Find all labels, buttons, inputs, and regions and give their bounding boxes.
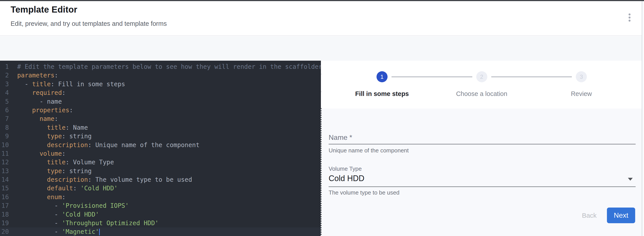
line-number: 5 [0,97,9,106]
editor-line[interactable]: 4 required: [0,88,321,97]
editor-line[interactable]: 16 enum: [0,193,321,201]
toolbar: Load Existing Template [0,36,644,61]
editor-line[interactable]: 3 - title: Fill in some steps [0,80,321,88]
editor-line[interactable]: 11 volume: [0,149,321,158]
chevron-down-icon [628,178,633,181]
page-title: Template Editor [10,5,77,14]
line-number: 10 [0,141,9,149]
line-number: 14 [0,175,9,184]
line-number: 8 [0,123,9,132]
editor-lines: 1# Edit the template parameters below to… [0,62,321,236]
stepper: 1 Fill in some steps 2 Choose a location… [322,61,642,109]
editor-line[interactable]: 6 properties: [0,106,321,114]
line-number: 1 [0,62,9,71]
step-1-circle: 1 [376,71,388,82]
line-number: 18 [0,210,9,219]
line-number: 12 [0,158,9,167]
editor-line[interactable]: 1# Edit the template parameters below to… [0,62,321,71]
editor-line[interactable]: 17 - 'Provisioned IOPS' [0,201,321,210]
line-number: 19 [0,219,9,228]
stepper-connector [392,76,472,77]
page-subtitle: Edit, preview, and try out templates and… [10,20,167,27]
scrollbar[interactable] [642,1,644,236]
editor-line[interactable]: 7 name: [0,114,321,123]
step-review: 3 Review [532,61,631,109]
line-number: 7 [0,114,9,123]
editor-line[interactable]: 15 default: 'Cold HDD' [0,184,321,193]
step-3-circle: 3 [576,71,587,82]
next-button[interactable]: Next [607,208,635,223]
name-input-underline [328,144,636,144]
step-fill-in-some-steps: 1 Fill in some steps [332,61,432,109]
code-editor[interactable]: 1# Edit the template parameters below to… [0,61,321,236]
step-choose-a-location: 2 Choose a location [432,61,532,109]
step-2-label: Choose a location [432,90,532,97]
editor-line[interactable]: 10 description: Unique name of the compo… [0,141,321,149]
editor-line[interactable]: 2parameters: [0,71,321,80]
step-2-circle: 2 [476,71,487,82]
step-3-label: Review [532,90,631,97]
back-button[interactable]: Back [576,208,602,223]
line-number: 16 [0,193,9,201]
editor-line[interactable]: 18 - 'Cold HDD' [0,210,321,219]
line-number: 13 [0,167,9,175]
editor-line[interactable]: 5 - name [0,97,321,106]
volume-type-underline [328,186,636,187]
form-preview: Name * Unique name of the component Volu… [322,109,642,236]
editor-line[interactable]: 8 title: Name [0,123,321,132]
volume-type-label: Volume Type [328,165,362,172]
line-number: 20 [0,228,9,236]
editor-line[interactable]: 9 type: string [0,132,321,141]
line-number: 4 [0,88,9,97]
line-number: 6 [0,106,9,114]
editor-line[interactable]: 12 title: Volume Type [0,158,321,167]
step-1-label: Fill in some steps [332,90,432,97]
template-preview-panel: 1 Fill in some steps 2 Choose a location… [322,61,642,236]
text-cursor [99,229,100,235]
volume-type-select[interactable]: Cold HDD [328,174,364,183]
kebab-menu-icon[interactable] [626,12,634,23]
line-number: 15 [0,184,9,193]
editor-line[interactable]: 13 type: string [0,167,321,175]
line-number: 3 [0,80,9,88]
stepper-connector [491,76,572,77]
header: Template Editor Edit, preview, and try o… [0,1,644,36]
line-number: 9 [0,132,9,141]
name-input[interactable]: Name * [328,133,352,142]
name-helper-text: Unique name of the component [328,147,409,154]
line-number: 17 [0,201,9,210]
editor-line[interactable]: 14 description: The volume type to be us… [0,175,321,184]
volume-type-helper-text: The volume type to be used [328,189,400,196]
line-number: 2 [0,71,9,80]
editor-line[interactable]: 19 - 'Throughput Optimized HDD' [0,219,321,228]
line-number: 11 [0,149,9,158]
editor-line[interactable]: 20 - 'Magnetic' [0,228,321,236]
